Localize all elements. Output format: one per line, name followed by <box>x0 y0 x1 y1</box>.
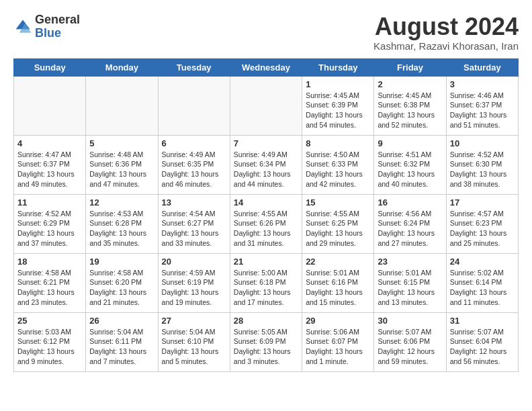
day-number: 29 <box>306 316 370 326</box>
calendar-cell: 11Sunrise: 4:52 AMSunset: 6:29 PMDayligh… <box>14 194 86 253</box>
calendar-cell: 29Sunrise: 5:06 AMSunset: 6:07 PMDayligh… <box>302 312 374 371</box>
day-number: 12 <box>89 197 154 208</box>
day-number: 11 <box>17 197 82 208</box>
day-info: Sunrise: 4:48 AMSunset: 6:36 PMDaylight:… <box>89 150 154 189</box>
day-info: Sunrise: 4:49 AMSunset: 6:34 PMDaylight:… <box>234 150 298 189</box>
day-number: 23 <box>378 257 442 267</box>
day-number: 5 <box>89 138 154 148</box>
calendar-cell: 2Sunrise: 4:45 AMSunset: 6:38 PMDaylight… <box>374 76 446 135</box>
calendar-cell: 6Sunrise: 4:49 AMSunset: 6:35 PMDaylight… <box>158 135 230 194</box>
weekday-header: Thursday <box>302 58 374 76</box>
calendar-cell: 1Sunrise: 4:45 AMSunset: 6:39 PMDaylight… <box>302 76 374 135</box>
calendar-cell: 28Sunrise: 5:05 AMSunset: 6:09 PMDayligh… <box>230 312 302 371</box>
calendar-cell: 7Sunrise: 4:49 AMSunset: 6:34 PMDaylight… <box>230 135 302 194</box>
day-number: 3 <box>450 79 515 89</box>
day-number: 19 <box>89 257 154 267</box>
day-number: 4 <box>17 138 82 148</box>
day-number: 7 <box>234 138 298 148</box>
day-number: 1 <box>306 79 370 89</box>
calendar-cell: 30Sunrise: 5:07 AMSunset: 6:06 PMDayligh… <box>374 312 446 371</box>
day-info: Sunrise: 4:51 AMSunset: 6:32 PMDaylight:… <box>378 150 442 189</box>
day-info: Sunrise: 5:07 AMSunset: 6:06 PMDaylight:… <box>378 327 442 367</box>
weekday-header: Friday <box>374 58 446 76</box>
day-number: 21 <box>234 257 298 267</box>
calendar-week-row: 25Sunrise: 5:03 AMSunset: 6:12 PMDayligh… <box>14 312 519 371</box>
day-number: 25 <box>17 316 82 326</box>
weekday-header: Tuesday <box>158 58 230 76</box>
day-info: Sunrise: 5:01 AMSunset: 6:15 PMDaylight:… <box>378 268 442 308</box>
day-info: Sunrise: 4:56 AMSunset: 6:24 PMDaylight:… <box>378 209 442 248</box>
weekday-header: Sunday <box>14 58 86 76</box>
weekday-header: Wednesday <box>230 58 302 76</box>
calendar-cell <box>158 76 230 135</box>
day-info: Sunrise: 4:52 AMSunset: 6:30 PMDaylight:… <box>450 150 515 189</box>
day-info: Sunrise: 5:01 AMSunset: 6:16 PMDaylight:… <box>306 268 370 308</box>
calendar-cell: 12Sunrise: 4:53 AMSunset: 6:28 PMDayligh… <box>86 194 158 253</box>
day-info: Sunrise: 4:46 AMSunset: 6:37 PMDaylight:… <box>450 91 515 130</box>
calendar-cell: 23Sunrise: 5:01 AMSunset: 6:15 PMDayligh… <box>374 253 446 312</box>
day-info: Sunrise: 5:02 AMSunset: 6:14 PMDaylight:… <box>450 268 515 308</box>
day-info: Sunrise: 4:55 AMSunset: 6:25 PMDaylight:… <box>306 209 370 248</box>
day-info: Sunrise: 5:04 AMSunset: 6:11 PMDaylight:… <box>89 327 154 367</box>
day-info: Sunrise: 4:59 AMSunset: 6:19 PMDaylight:… <box>162 268 226 308</box>
calendar-cell: 5Sunrise: 4:48 AMSunset: 6:36 PMDaylight… <box>86 135 158 194</box>
day-number: 20 <box>162 257 226 267</box>
calendar-cell: 17Sunrise: 4:57 AMSunset: 6:23 PMDayligh… <box>446 194 518 253</box>
calendar-cell <box>230 76 302 135</box>
day-info: Sunrise: 4:49 AMSunset: 6:35 PMDaylight:… <box>162 150 226 189</box>
day-info: Sunrise: 5:06 AMSunset: 6:07 PMDaylight:… <box>306 327 370 367</box>
calendar-cell: 27Sunrise: 5:04 AMSunset: 6:10 PMDayligh… <box>158 312 230 371</box>
calendar-week-row: 11Sunrise: 4:52 AMSunset: 6:29 PMDayligh… <box>14 194 519 253</box>
calendar-cell: 18Sunrise: 4:58 AMSunset: 6:21 PMDayligh… <box>14 253 86 312</box>
calendar-cell: 21Sunrise: 5:00 AMSunset: 6:18 PMDayligh… <box>230 253 302 312</box>
day-number: 8 <box>306 138 370 148</box>
day-number: 2 <box>378 79 442 89</box>
calendar-cell: 15Sunrise: 4:55 AMSunset: 6:25 PMDayligh… <box>302 194 374 253</box>
day-info: Sunrise: 4:50 AMSunset: 6:33 PMDaylight:… <box>306 150 370 189</box>
day-info: Sunrise: 5:07 AMSunset: 6:04 PMDaylight:… <box>450 327 515 367</box>
calendar-cell: 25Sunrise: 5:03 AMSunset: 6:12 PMDayligh… <box>14 312 86 371</box>
day-number: 13 <box>162 197 226 208</box>
day-info: Sunrise: 4:57 AMSunset: 6:23 PMDaylight:… <box>450 209 515 248</box>
day-info: Sunrise: 4:58 AMSunset: 6:20 PMDaylight:… <box>89 268 154 308</box>
day-info: Sunrise: 4:54 AMSunset: 6:27 PMDaylight:… <box>162 209 226 248</box>
page-header: General Blue August 2024 Kashmar, Razavi… <box>13 13 519 52</box>
day-info: Sunrise: 5:05 AMSunset: 6:09 PMDaylight:… <box>234 327 298 367</box>
calendar-cell: 3Sunrise: 4:46 AMSunset: 6:37 PMDaylight… <box>446 76 518 135</box>
calendar-cell: 9Sunrise: 4:51 AMSunset: 6:32 PMDaylight… <box>374 135 446 194</box>
day-number: 18 <box>17 257 82 267</box>
weekday-header: Saturday <box>446 58 518 76</box>
month-year: August 2024 <box>373 13 519 40</box>
day-number: 22 <box>306 257 370 267</box>
logo: General Blue <box>13 13 80 40</box>
calendar-cell <box>14 76 86 135</box>
day-number: 17 <box>450 197 515 208</box>
logo-text: General Blue <box>35 13 80 40</box>
calendar-cell: 20Sunrise: 4:59 AMSunset: 6:19 PMDayligh… <box>158 253 230 312</box>
day-number: 10 <box>450 138 515 148</box>
calendar-cell: 31Sunrise: 5:07 AMSunset: 6:04 PMDayligh… <box>446 312 518 371</box>
day-number: 26 <box>89 316 154 326</box>
day-number: 16 <box>378 197 442 208</box>
day-number: 28 <box>234 316 298 326</box>
calendar-week-row: 4Sunrise: 4:47 AMSunset: 6:37 PMDaylight… <box>14 135 519 194</box>
day-info: Sunrise: 5:00 AMSunset: 6:18 PMDaylight:… <box>234 268 298 308</box>
weekday-header: Monday <box>86 58 158 76</box>
day-number: 30 <box>378 316 442 326</box>
day-number: 14 <box>234 197 298 208</box>
calendar: SundayMondayTuesdayWednesdayThursdayFrid… <box>13 58 519 372</box>
day-info: Sunrise: 4:45 AMSunset: 6:38 PMDaylight:… <box>378 91 442 130</box>
calendar-cell <box>86 76 158 135</box>
day-number: 9 <box>378 138 442 148</box>
title-block: August 2024 Kashmar, Razavi Khorasan, Ir… <box>373 13 519 52</box>
weekday-header-row: SundayMondayTuesdayWednesdayThursdayFrid… <box>14 58 519 76</box>
calendar-cell: 19Sunrise: 4:58 AMSunset: 6:20 PMDayligh… <box>86 253 158 312</box>
calendar-cell: 13Sunrise: 4:54 AMSunset: 6:27 PMDayligh… <box>158 194 230 253</box>
calendar-cell: 16Sunrise: 4:56 AMSunset: 6:24 PMDayligh… <box>374 194 446 253</box>
day-number: 27 <box>162 316 226 326</box>
day-number: 24 <box>450 257 515 267</box>
logo-icon <box>13 17 32 36</box>
calendar-cell: 4Sunrise: 4:47 AMSunset: 6:37 PMDaylight… <box>14 135 86 194</box>
calendar-cell: 8Sunrise: 4:50 AMSunset: 6:33 PMDaylight… <box>302 135 374 194</box>
calendar-cell: 10Sunrise: 4:52 AMSunset: 6:30 PMDayligh… <box>446 135 518 194</box>
